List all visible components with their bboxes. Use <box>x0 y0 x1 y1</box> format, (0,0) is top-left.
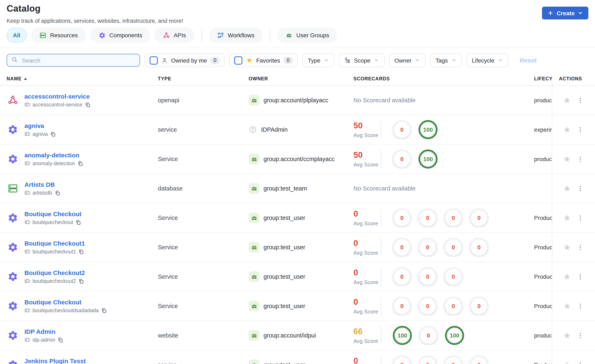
favorite-star-icon[interactable] <box>563 184 571 193</box>
scorecards-cell: 0Avg Score0000 <box>354 238 534 257</box>
tab-all[interactable]: All <box>7 28 27 43</box>
table-row[interactable]: Artists DB ID: artistsdb database group:… <box>0 174 595 203</box>
entity-name-link[interactable]: Artists DB <box>24 181 60 188</box>
row-menu-icon[interactable] <box>577 244 584 251</box>
scorecard-badge: 0 <box>393 238 411 256</box>
row-menu-icon[interactable] <box>577 273 584 280</box>
copy-icon[interactable] <box>55 190 60 196</box>
tab-components[interactable]: Components <box>91 28 150 43</box>
tab-resources[interactable]: Resources <box>31 28 86 43</box>
copy-icon[interactable] <box>85 102 91 108</box>
avg-score-label: Avg Score <box>354 250 380 256</box>
favorite-star-icon[interactable] <box>563 125 571 134</box>
tab-user-groups[interactable]: User Groups <box>278 28 337 43</box>
owner-label: IDPAdmin <box>261 126 288 133</box>
copy-icon[interactable] <box>78 278 84 284</box>
entity-id: ID: artistsdb <box>24 190 52 196</box>
copy-icon[interactable] <box>77 161 83 167</box>
copy-icon[interactable] <box>58 337 64 343</box>
tab-workflows[interactable]: Workflows <box>209 28 262 43</box>
group-icon <box>249 183 259 194</box>
row-menu-icon[interactable] <box>577 97 584 104</box>
scorecard-badge: 100 <box>445 326 464 345</box>
create-button[interactable]: Create <box>542 7 588 20</box>
table-row[interactable]: anomaly-detection ID: anomaly-detection … <box>0 145 595 174</box>
scorecard-badge: 0 <box>393 120 411 139</box>
table-row[interactable]: IDP Admin ID: idp-admin website group:ac… <box>0 321 595 350</box>
entity-name-link[interactable]: Jenkins Plugin Tesst <box>24 357 86 364</box>
tab-label: Workflows <box>228 32 255 39</box>
column-header-name[interactable]: NAME <box>0 76 158 81</box>
entity-type: Service <box>158 303 249 309</box>
scorecards-cell: No Scorecard available <box>354 185 534 192</box>
table-row[interactable]: Boutique Checkout1 ID: boutiquecheckout1… <box>0 233 595 262</box>
entity-name-link[interactable]: agniva <box>24 122 56 129</box>
favorite-star-icon[interactable] <box>563 243 571 252</box>
table-row[interactable]: Boutique Checkout ID: boutiquecheckoutds… <box>0 292 595 321</box>
tab-label: All <box>13 32 20 39</box>
column-header-owner[interactable]: OWNER <box>249 76 354 81</box>
favorite-star-icon[interactable] <box>563 302 571 310</box>
entity-owner: group:test_user <box>249 359 354 364</box>
scorecard-badge: 0 <box>444 267 462 286</box>
search-box[interactable] <box>7 54 140 67</box>
row-menu-icon[interactable] <box>577 126 584 133</box>
favorites-checkbox[interactable] <box>234 56 243 64</box>
row-menu-icon[interactable] <box>577 214 584 221</box>
entity-name-link[interactable]: Boutique Checkout1 <box>24 240 85 247</box>
database-icon <box>7 183 18 194</box>
table-row[interactable]: Boutique Checkout2 ID: boutiquecheckout2… <box>0 262 595 292</box>
owner-filter-dropdown[interactable]: Owner <box>389 53 425 67</box>
row-menu-icon[interactable] <box>577 332 584 339</box>
favorite-star-icon[interactable] <box>563 96 571 105</box>
copy-icon[interactable] <box>50 131 56 137</box>
scope-filter-dropdown[interactable]: Scope <box>339 53 384 67</box>
copy-icon[interactable] <box>101 308 107 314</box>
favorite-star-icon[interactable] <box>563 360 571 364</box>
table-row[interactable]: accesscontrol-service ID: accesscontrol-… <box>0 86 595 115</box>
table-row[interactable]: Jenkins Plugin Tesst ID: jenkinstest ser… <box>0 350 595 364</box>
entity-type: service <box>158 362 249 364</box>
entity-name-link[interactable]: IDP Admin <box>24 328 64 335</box>
scorecards-cell: 0Avg Score0000 <box>354 208 534 227</box>
entity-name-link[interactable]: Boutique Checkout2 <box>24 269 85 276</box>
scorecard-badges: 0000 <box>387 297 488 315</box>
reset-filters-link[interactable]: Reset <box>520 57 537 64</box>
catalog-tabs: AllResourcesComponentsAPIsWorkflowsUser … <box>0 24 595 48</box>
tab-apis[interactable]: APIs <box>155 28 194 43</box>
entity-type: service <box>158 126 249 133</box>
lifecycle-filter-dropdown[interactable]: Lifecycle <box>466 53 508 67</box>
entity-lifecycle: experir <box>534 126 552 133</box>
owned-by-me-filter[interactable]: Owned by me 0 <box>145 53 225 67</box>
table-row[interactable]: agniva ID: agniva service IDPAdmin 50Avg… <box>0 115 595 145</box>
favorites-filter[interactable]: Favorites 0 <box>229 53 298 67</box>
copy-icon[interactable] <box>78 249 84 255</box>
table-row[interactable]: Boutique Checkout ID: boutiquecheckout S… <box>0 203 595 233</box>
favorite-star-icon[interactable] <box>563 331 571 340</box>
favorite-star-icon[interactable] <box>563 155 571 163</box>
entity-name-link[interactable]: Boutique Checkout <box>24 210 81 217</box>
favorite-star-icon[interactable] <box>563 272 571 281</box>
type-filter-dropdown[interactable]: Type <box>303 53 335 67</box>
entity-name-link[interactable]: accesscontrol-service <box>24 93 91 100</box>
column-header-lifecycle[interactable]: LIFECYC <box>534 76 552 81</box>
row-menu-icon[interactable] <box>577 155 584 162</box>
scorecard-badges: 000 <box>387 267 462 286</box>
favorite-star-icon[interactable] <box>563 213 571 222</box>
entity-lifecycle: Produc <box>534 215 552 221</box>
column-header-type[interactable]: TYPE <box>158 76 249 81</box>
row-menu-icon[interactable] <box>577 185 584 192</box>
entity-name-link[interactable]: anomaly-detection <box>24 152 83 159</box>
copy-icon[interactable] <box>76 219 81 225</box>
row-menu-icon[interactable] <box>577 361 584 364</box>
column-header-scorecards[interactable]: SCORECARDS <box>354 76 534 81</box>
owned-by-me-checkbox[interactable] <box>149 56 158 64</box>
table-header: NAME TYPE OWNER SCORECARDS LIFECYC ACTIO… <box>0 72 595 86</box>
scorecard-badge: 0 <box>418 267 437 286</box>
row-menu-icon[interactable] <box>577 302 584 309</box>
tags-filter-dropdown[interactable]: Tags <box>430 53 462 67</box>
column-header-actions: ACTIONS <box>552 76 595 81</box>
search-input[interactable] <box>21 56 135 64</box>
owner-label: group:test_user <box>263 244 305 251</box>
entity-name-link[interactable]: Boutique Checkout <box>24 299 107 306</box>
